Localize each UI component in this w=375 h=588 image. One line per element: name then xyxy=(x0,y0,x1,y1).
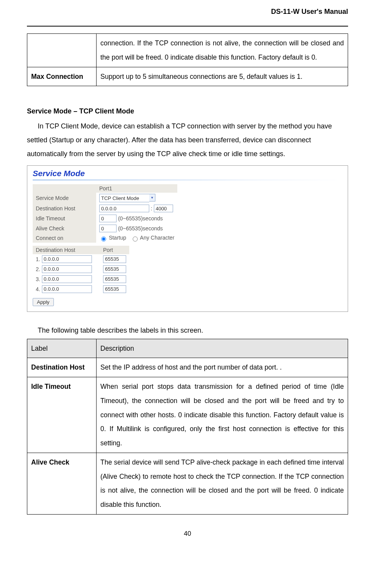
table-row: Max Connection Support up to 5 simultane… xyxy=(27,67,348,86)
intro-paragraph: In TCP Client Mode, device can establish… xyxy=(27,119,348,161)
top-row2-label: Max Connection xyxy=(27,67,97,86)
dest-host-label: Destination Host xyxy=(33,203,96,213)
chevron-down-icon[interactable]: ▾ xyxy=(149,194,155,202)
host-row-4: 4. xyxy=(33,284,100,294)
host-row-3: 3. xyxy=(33,274,100,284)
dest-host-port-input[interactable] xyxy=(154,205,173,212)
desc-row-label: Alive Check xyxy=(27,453,97,514)
table-row: Port1 xyxy=(33,184,177,193)
port-header: Port1 xyxy=(96,184,177,193)
dest-host-cell: : xyxy=(96,203,177,213)
row-num: 2. xyxy=(36,266,40,272)
table-row: Destination Host Port xyxy=(33,246,129,254)
doc-title: DS-11-W User's Manual xyxy=(27,8,348,18)
table-row: Label Description xyxy=(27,339,348,358)
desc-header-description: Description xyxy=(97,339,348,358)
connect-on-label: Connect on xyxy=(33,233,96,242)
desc-row-label: Idle Timeout xyxy=(27,377,97,453)
alive-check-cell: (0~65535)seconds xyxy=(96,223,177,233)
idle-timeout-suffix: (0~65535)seconds xyxy=(118,215,163,222)
port-input-1[interactable] xyxy=(103,255,126,263)
host-input-3[interactable] xyxy=(42,275,92,283)
section-heading: Service Mode – TCP Client Mode xyxy=(27,107,348,115)
table-row: Service Mode ▾ xyxy=(33,193,177,203)
host-row-2: 2. xyxy=(33,264,100,274)
port-input-3[interactable] xyxy=(103,275,126,283)
alive-check-suffix: (0~65535)seconds xyxy=(118,225,163,232)
header-rule xyxy=(27,26,348,27)
alive-check-input[interactable] xyxy=(99,225,117,232)
table-row: Destination Host : xyxy=(33,203,177,213)
idle-timeout-label: Idle Timeout xyxy=(33,213,96,223)
description-table: Label Description Destination Host Set t… xyxy=(27,339,348,515)
desc-header-label: Label xyxy=(27,339,97,358)
connect-on-startup-radio[interactable] xyxy=(101,237,106,242)
service-mode-label: Service Mode xyxy=(33,193,96,203)
host-input-2[interactable] xyxy=(42,265,92,273)
desc-row-desc: The serial device will send TCP alive-ch… xyxy=(97,453,348,514)
table-row: Idle Timeout (0~65535)seconds xyxy=(33,213,177,223)
top-continuation-table: connection. If the TCP connection is not… xyxy=(27,33,348,86)
host-input-4[interactable] xyxy=(42,285,92,293)
blank-header xyxy=(33,184,96,193)
host-row-1: 1. xyxy=(33,254,100,264)
desc-row-desc: Set the IP address of host and the port … xyxy=(97,358,348,377)
top-row1-label xyxy=(27,34,97,67)
table-row: connection. If the TCP connection is not… xyxy=(27,34,348,67)
table-row: Destination Host Set the IP address of h… xyxy=(27,358,348,377)
connect-on-startup-label: Startup xyxy=(109,235,126,241)
screenshot-settings-table: Port1 Service Mode ▾ Destination Host : … xyxy=(33,184,177,242)
screenshot-title: Service Mode xyxy=(27,166,348,179)
table-row: Connect on Startup Any Character xyxy=(33,233,177,242)
table-row: Idle Timeout When serial port stops data… xyxy=(27,377,348,453)
table-row: Alive Check (0~65535)seconds xyxy=(33,223,177,233)
table-row: 4. xyxy=(33,284,129,294)
row-num: 3. xyxy=(36,276,40,282)
dest-host-ip-input[interactable] xyxy=(99,205,149,212)
row-num: 1. xyxy=(36,256,40,262)
table-row: 1. xyxy=(33,254,129,264)
idle-timeout-cell: (0~65535)seconds xyxy=(96,213,177,223)
screenshot-host-table: Destination Host Port 1. 2. 3. 4. xyxy=(33,246,129,294)
page-number: 40 xyxy=(27,530,348,538)
connect-on-anychar-label: Any Character xyxy=(140,235,174,241)
table-row: Alive Check The serial device will send … xyxy=(27,453,348,514)
host-input-1[interactable] xyxy=(42,255,92,263)
port-input-2[interactable] xyxy=(103,265,126,273)
connect-on-cell: Startup Any Character xyxy=(96,233,177,242)
alive-check-label: Alive Check xyxy=(33,223,96,233)
service-mode-cell: ▾ xyxy=(96,193,177,203)
table-caption: The following table describes the labels… xyxy=(27,323,348,337)
colon-separator: : xyxy=(151,205,154,212)
host-col-header: Destination Host xyxy=(33,246,100,254)
top-row1-desc: connection. If the TCP connection is not… xyxy=(97,34,348,67)
desc-row-label: Destination Host xyxy=(27,358,97,377)
apply-button[interactable]: Apply xyxy=(33,298,54,306)
idle-timeout-input[interactable] xyxy=(99,215,117,222)
port-col-header: Port xyxy=(100,246,129,254)
service-mode-select[interactable] xyxy=(99,194,149,202)
service-mode-screenshot: Service Mode Port1 Service Mode ▾ Destin… xyxy=(27,165,348,311)
table-row: 2. xyxy=(33,264,129,274)
port-input-4[interactable] xyxy=(103,285,126,293)
desc-row-desc: When serial port stops data transmission… xyxy=(97,377,348,453)
screenshot-title-underline xyxy=(33,180,342,180)
table-row: 3. xyxy=(33,274,129,284)
top-row2-desc: Support up to 5 simultaneous connections… xyxy=(97,67,348,86)
row-num: 4. xyxy=(36,286,40,292)
connect-on-anychar-radio[interactable] xyxy=(133,237,138,242)
